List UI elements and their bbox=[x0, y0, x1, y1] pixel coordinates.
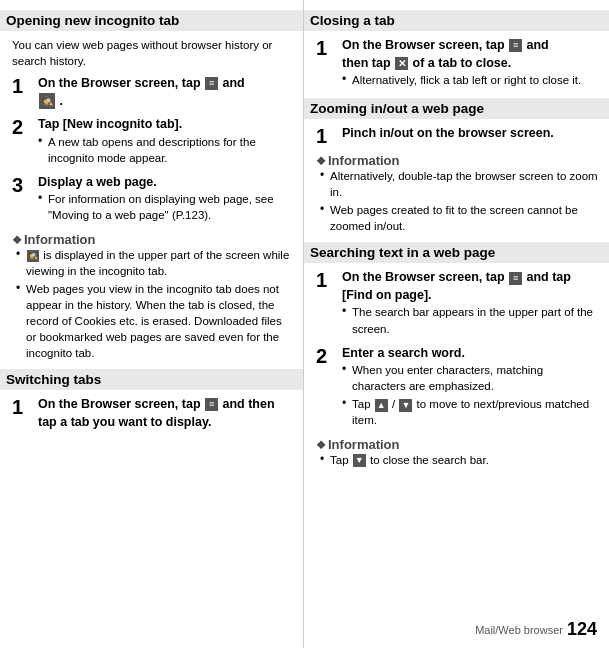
incognito-small-icon: 🕵 bbox=[27, 250, 39, 262]
step2-bullet: • A new tab opens and descriptions for t… bbox=[38, 134, 293, 166]
step-heading-switch-1: On the Browser screen, tap ≡ and then ta… bbox=[38, 396, 293, 431]
search-bullet-2: • When you enter characters, matching ch… bbox=[342, 362, 599, 394]
step-1-incognito: 1 On the Browser screen, tap ≡ and 🕵 . bbox=[12, 75, 293, 110]
search-info-text-1: Tap ▼ to close the search bar. bbox=[330, 452, 489, 468]
menu-icon-search: ≡ bbox=[509, 272, 522, 285]
close-step1-suffix: of a tab to close. bbox=[413, 56, 512, 70]
step-content-3: Display a web page. • For information on… bbox=[38, 174, 293, 226]
page: Opening new incognito tab You can view w… bbox=[0, 0, 609, 648]
menu-icon-switch: ≡ bbox=[205, 398, 218, 411]
step-1-closing: 1 On the Browser screen, tap ≡ and then … bbox=[316, 37, 599, 90]
close-step1-text: On the Browser screen, tap bbox=[342, 38, 508, 52]
info-bullet-2: • Web pages you view in the incognito ta… bbox=[12, 281, 293, 361]
search-info-bullet-1: • Tap ▼ to close the search bar. bbox=[316, 452, 599, 468]
step-2-incognito: 2 Tap [New incognito tab]. • A new tab o… bbox=[12, 116, 293, 168]
step-1-switching: 1 On the Browser screen, tap ≡ and then … bbox=[12, 396, 293, 431]
step-content-2: Tap [New incognito tab]. • A new tab ope… bbox=[38, 116, 293, 168]
zoom-info-text-2: Web pages created to fit to the screen c… bbox=[330, 202, 599, 234]
step-content-close-1: On the Browser screen, tap ≡ and then ta… bbox=[342, 37, 599, 90]
search-bullet-text-1: The search bar appears in the upper part… bbox=[352, 304, 599, 336]
step1-and: and bbox=[223, 76, 245, 90]
search-bullet-3: • Tap ▲ / ▼ to move to next/previous mat… bbox=[342, 396, 599, 428]
step3-bullet-text: For information on displaying web page, … bbox=[48, 191, 293, 223]
right-column: Closing a tab 1 On the Browser screen, t… bbox=[304, 0, 609, 648]
close-step1-and: and bbox=[527, 38, 549, 52]
menu-icon-close: ≡ bbox=[509, 39, 522, 52]
info-section-zoom: Information • Alternatively, double-tap … bbox=[316, 153, 599, 234]
step-1-zoom: 1 Pinch in/out on the browser screen. bbox=[316, 125, 599, 147]
section-title-search: Searching text in a web page bbox=[304, 242, 609, 263]
step-number-2: 2 bbox=[12, 116, 34, 138]
close-step1-then: then tap bbox=[342, 56, 394, 70]
info-bullet-dot-1: • bbox=[16, 247, 26, 261]
close-search-icon: ▼ bbox=[353, 454, 366, 467]
step2-bullet-text: A new tab opens and descriptions for the… bbox=[48, 134, 293, 166]
close-bullet-1: • Alternatively, flick a tab left or rig… bbox=[342, 72, 599, 88]
footer-label: Mail/Web browser bbox=[475, 624, 563, 636]
up-arrow-icon: ▲ bbox=[375, 399, 388, 412]
step-content-1: On the Browser screen, tap ≡ and 🕵 . bbox=[38, 75, 293, 110]
info-bullet-dot-2: • bbox=[16, 281, 26, 295]
step-number-search-2: 2 bbox=[316, 345, 338, 367]
left-column: Opening new incognito tab You can view w… bbox=[0, 0, 304, 648]
step-3-incognito: 3 Display a web page. • For information … bbox=[12, 174, 293, 226]
step-heading-1: On the Browser screen, tap ≡ and 🕵 . bbox=[38, 75, 293, 110]
search-bullet-dot-1: • bbox=[342, 304, 352, 318]
search-bullet-1: • The search bar appears in the upper pa… bbox=[342, 304, 599, 336]
bullet-dot-3: • bbox=[38, 191, 48, 205]
info-bullet-text-2: Web pages you view in the incognito tab … bbox=[26, 281, 293, 361]
step-content-switch-1: On the Browser screen, tap ≡ and then ta… bbox=[38, 396, 293, 431]
zoom-info-bullet-2: • Web pages created to fit to the screen… bbox=[316, 202, 599, 234]
step-number-3: 3 bbox=[12, 174, 34, 196]
footer: Mail/Web browser 124 bbox=[475, 619, 597, 640]
step-content-search-1: On the Browser screen, tap ≡ and tap [Fi… bbox=[342, 269, 599, 338]
step-content-search-2: Enter a search word. • When you enter ch… bbox=[342, 345, 599, 431]
info-bullet-text-1: 🕵 is displayed in the upper part of the … bbox=[26, 247, 293, 279]
zoom-info-dot-1: • bbox=[320, 168, 330, 182]
search-bullet-dot-3: • bbox=[342, 396, 352, 410]
step3-bullet: • For information on displaying web page… bbox=[38, 191, 293, 223]
step1-text: On the Browser screen, tap bbox=[38, 76, 204, 90]
zoom-info-bullet-1: • Alternatively, double-tap the browser … bbox=[316, 168, 599, 200]
step-heading-close-1: On the Browser screen, tap ≡ and then ta… bbox=[342, 37, 599, 72]
search-bullet-dot-2: • bbox=[342, 362, 352, 376]
search-bullet-text-2: When you enter characters, matching char… bbox=[352, 362, 599, 394]
step-2-search: 2 Enter a search word. • When you enter … bbox=[316, 345, 599, 431]
section-intro: You can view web pages without browser h… bbox=[12, 37, 293, 69]
step-heading-search-1: On the Browser screen, tap ≡ and tap [Fi… bbox=[342, 269, 599, 304]
step-content-zoom-1: Pinch in/out on the browser screen. bbox=[342, 125, 599, 143]
zoom-info-text-1: Alternatively, double-tap the browser sc… bbox=[330, 168, 599, 200]
search-info-dot-1: • bbox=[320, 452, 330, 466]
step-number-switch-1: 1 bbox=[12, 396, 34, 418]
info-section-incognito: Information • 🕵 is displayed in the uppe… bbox=[12, 232, 293, 362]
step-number-search-1: 1 bbox=[316, 269, 338, 291]
close-tab-icon: ✕ bbox=[395, 57, 408, 70]
section-title-zoom: Zooming in/out a web page bbox=[304, 98, 609, 119]
step-heading-3: Display a web page. bbox=[38, 174, 293, 192]
info-title-incognito: Information bbox=[12, 232, 293, 247]
menu-icon-1: ≡ bbox=[205, 77, 218, 90]
close-bullet-dot: • bbox=[342, 72, 352, 86]
down-arrow-icon: ▼ bbox=[399, 399, 412, 412]
step-heading-2: Tap [New incognito tab]. bbox=[38, 116, 293, 134]
step-heading-zoom-1: Pinch in/out on the browser screen. bbox=[342, 125, 599, 143]
section-title-closing: Closing a tab bbox=[304, 10, 609, 31]
close-bullet-text: Alternatively, flick a tab left or right… bbox=[352, 72, 581, 88]
section-title-incognito: Opening new incognito tab bbox=[0, 10, 303, 31]
zoom-info-dot-2: • bbox=[320, 202, 330, 216]
info-title-search: Information bbox=[316, 437, 599, 452]
step-number-close-1: 1 bbox=[316, 37, 338, 59]
page-wrapper: Opening new incognito tab You can view w… bbox=[0, 0, 609, 648]
step-1-search: 1 On the Browser screen, tap ≡ and tap [… bbox=[316, 269, 599, 338]
info-section-search: Information • Tap ▼ to close the search … bbox=[316, 437, 599, 468]
footer-page: 124 bbox=[567, 619, 597, 640]
switch-step1-text: On the Browser screen, tap bbox=[38, 397, 204, 411]
step-number-1: 1 bbox=[12, 75, 34, 97]
incognito-icon: 🕵 bbox=[39, 93, 55, 109]
info-title-zoom: Information bbox=[316, 153, 599, 168]
info-bullet-1: • 🕵 is displayed in the upper part of th… bbox=[12, 247, 293, 279]
section-title-switching: Switching tabs bbox=[0, 369, 303, 390]
step-number-zoom-1: 1 bbox=[316, 125, 338, 147]
search-step1-text: On the Browser screen, tap bbox=[342, 270, 508, 284]
step-heading-search-2: Enter a search word. bbox=[342, 345, 599, 363]
